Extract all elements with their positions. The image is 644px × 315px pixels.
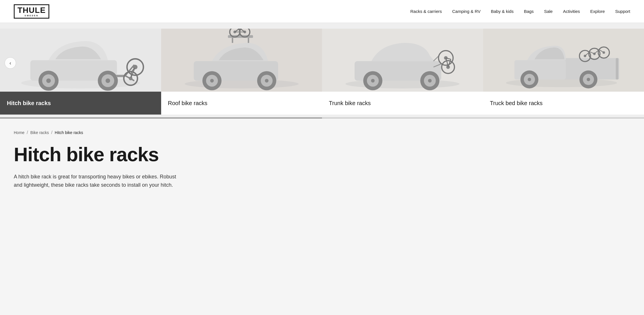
carousel-image-roof <box>161 29 322 92</box>
nav-racks-carriers[interactable]: Racks & carriers <box>410 9 442 14</box>
svg-point-44 <box>428 79 432 82</box>
breadcrumb-home[interactable]: Home <box>14 130 24 135</box>
trunk-rack-car-svg <box>334 29 471 92</box>
main-content: Home / Bike racks / Hitch bike racks Hit… <box>0 119 644 206</box>
svg-point-60 <box>528 78 531 81</box>
breadcrumb-separator-2: / <box>51 130 52 135</box>
svg-point-25 <box>265 79 268 82</box>
nav-bags[interactable]: Bags <box>524 9 534 14</box>
svg-point-41 <box>371 79 375 82</box>
nav-support[interactable]: Support <box>615 9 630 14</box>
nav-baby-kids[interactable]: Baby & kids <box>491 9 514 14</box>
logo-text: THULE <box>17 6 46 14</box>
scroll-bar[interactable] <box>0 117 644 119</box>
carousel-image-trunk <box>322 29 483 92</box>
carousel-label-truck: Truck bed bike racks <box>483 92 644 115</box>
carousel-item-roof[interactable]: Roof bike racks <box>161 29 322 115</box>
svg-point-4 <box>46 78 51 83</box>
breadcrumb-current: Hitch bike racks <box>55 130 83 135</box>
carousel-track: Hitch bike racks <box>0 29 644 115</box>
nav-explore[interactable]: Explore <box>590 9 605 14</box>
logo-sub: SWEDEN <box>25 15 39 17</box>
carousel-label-hitch: Hitch bike racks <box>0 92 161 115</box>
svg-point-7 <box>106 78 110 83</box>
carousel-image-hitch <box>0 29 161 92</box>
carousel-prev-button[interactable]: ‹ <box>5 57 16 69</box>
page-description: A hitch bike rack is great for transport… <box>14 173 186 189</box>
breadcrumb: Home / Bike racks / Hitch bike racks <box>14 130 630 135</box>
carousel-image-truck <box>483 29 644 92</box>
carousel-label-trunk: Trunk bike racks <box>322 92 483 115</box>
carousel-label-roof: Roof bike racks <box>161 92 322 115</box>
site-header: THULE SWEDEN Racks & carriers Camping & … <box>0 0 644 23</box>
nav-camping-rv[interactable]: Camping & RV <box>452 9 481 14</box>
svg-point-22 <box>210 79 214 82</box>
svg-rect-64 <box>616 58 618 80</box>
page-title: Hitch bike racks <box>14 144 630 165</box>
roof-rack-car-svg <box>173 29 310 92</box>
breadcrumb-bike-racks[interactable]: Bike racks <box>30 130 49 135</box>
scroll-bar-thumb <box>0 117 322 119</box>
thule-logo[interactable]: THULE SWEDEN <box>14 4 49 19</box>
hitch-rack-car-svg <box>12 29 149 92</box>
svg-point-14 <box>129 76 132 80</box>
scroll-bar-container <box>0 115 644 119</box>
nav-activities[interactable]: Activities <box>563 9 580 14</box>
truck-bed-car-svg <box>495 29 632 92</box>
carousel-item-truck[interactable]: Truck bed bike racks <box>483 29 644 115</box>
nav-sale[interactable]: Sale <box>544 9 553 14</box>
carousel-item-hitch[interactable]: Hitch bike racks <box>0 29 161 115</box>
product-carousel: Hitch bike racks <box>0 23 644 119</box>
svg-point-63 <box>587 78 590 81</box>
carousel-item-trunk[interactable]: Trunk bike racks <box>322 29 483 115</box>
breadcrumb-separator-1: / <box>27 130 28 135</box>
main-nav: Racks & carriers Camping & RV Baby & kid… <box>410 9 630 14</box>
